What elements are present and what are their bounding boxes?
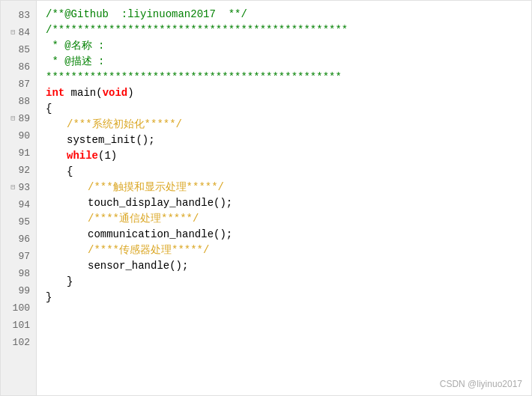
code-line: /****传感器处理*****/ — [46, 243, 531, 258]
code-token: sensor_handle(); — [46, 258, 188, 274]
code-line: /**@Github :liyinuoman2017 **/ — [46, 7, 531, 22]
code-token: } — [46, 290, 52, 305]
line-number: 94 — [15, 196, 36, 213]
code-token: ****************************************… — [46, 70, 342, 85]
line-number: 91 — [15, 144, 36, 162]
code-line: } — [46, 290, 531, 305]
line-number: 85 — [15, 41, 36, 58]
code-line: sensor_handle(); — [46, 258, 531, 274]
line-number: 102 — [10, 334, 36, 351]
code-token: system_init(); — [46, 132, 155, 148]
line-number: 99 — [15, 282, 36, 299]
code-token: /****传感器处理*****/ — [88, 243, 209, 258]
line-number: 100 — [10, 299, 36, 317]
code-line: /***触摸和显示处理*****/ — [46, 180, 531, 195]
code-line: { — [46, 101, 531, 117]
code-area: 83⊟8485868788⊟89909192⊟93949596979899100… — [1, 1, 531, 395]
code-token: touch_display_handle(); — [46, 195, 232, 211]
code-token: main( — [64, 85, 102, 101]
line-number: 101 — [10, 317, 36, 334]
line-number: 92 — [15, 162, 36, 179]
code-line: { — [46, 164, 531, 180]
fold-open-icon[interactable]: ⊟ — [10, 111, 15, 127]
code-token: * @描述 : — [46, 54, 104, 70]
code-line: } — [46, 274, 531, 290]
line-numbers: 83⊟8485868788⊟89909192⊟93949596979899100… — [1, 1, 37, 395]
code-token: { — [46, 164, 73, 180]
line-number: 97 — [15, 248, 36, 265]
line-number: 90 — [15, 127, 36, 144]
code-token: /***触摸和显示处理*****/ — [88, 180, 224, 195]
code-token: /**@Github :liyinuoman2017 **/ — [46, 7, 247, 22]
code-line: int main(void) — [46, 85, 531, 101]
code-token: { — [46, 101, 52, 117]
code-token: /***************************************… — [46, 22, 348, 38]
code-line: while(1) — [46, 148, 531, 164]
line-number: 86 — [15, 58, 36, 76]
code-line: ****************************************… — [46, 70, 531, 85]
code-token: (1) — [98, 148, 117, 164]
code-line: * @名称 : — [46, 38, 531, 54]
code-token: * @名称 : — [46, 38, 104, 54]
code-token: while — [67, 148, 98, 164]
line-number: 95 — [15, 213, 36, 231]
code-token: communication_handle(); — [46, 227, 232, 243]
code-line: * @描述 : — [46, 54, 531, 70]
code-line: /***系统初始化*****/ — [46, 117, 531, 132]
code-content: /**@Github :liyinuoman2017 **//*********… — [37, 1, 531, 395]
line-number: 88 — [15, 93, 36, 110]
code-line: /****通信处理*****/ — [46, 211, 531, 227]
code-token: /****通信处理*****/ — [88, 211, 199, 227]
code-token: ) — [127, 85, 133, 101]
code-token: } — [46, 274, 73, 290]
code-line: system_init(); — [46, 132, 531, 148]
line-number: 83 — [15, 7, 36, 24]
code-token: int — [46, 85, 64, 101]
line-number: ⊟84 — [7, 24, 36, 41]
line-number: 96 — [15, 231, 36, 248]
line-number: ⊟93 — [7, 179, 36, 196]
code-token: /***系统初始化*****/ — [67, 117, 182, 132]
code-line: communication_handle(); — [46, 227, 531, 243]
fold-open-icon[interactable]: ⊟ — [10, 180, 15, 195]
code-line: /***************************************… — [46, 22, 531, 38]
code-line: touch_display_handle(); — [46, 195, 531, 211]
watermark: CSDN @liyinuo2017 — [440, 379, 522, 389]
fold-open-icon[interactable]: ⊟ — [10, 25, 15, 40]
line-number: 98 — [15, 265, 36, 282]
code-editor: 83⊟8485868788⊟89909192⊟93949596979899100… — [0, 0, 532, 396]
line-number: ⊟89 — [7, 110, 36, 127]
line-number: 87 — [15, 76, 36, 93]
code-line — [46, 305, 531, 321]
code-token: void — [103, 85, 128, 101]
